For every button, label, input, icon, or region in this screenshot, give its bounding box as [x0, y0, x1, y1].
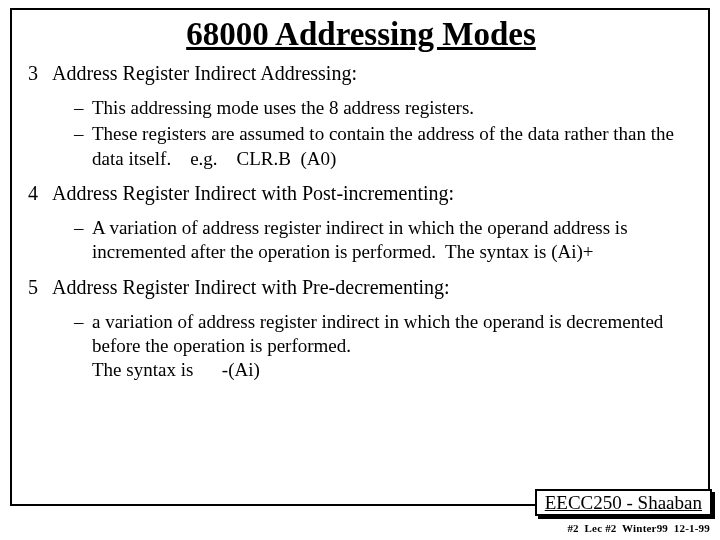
- sub-item: – a variation of address register indire…: [74, 310, 696, 383]
- dash-icon: –: [74, 216, 92, 265]
- item-label: Address Register Indirect with Pre-decre…: [52, 275, 696, 300]
- sublist: – A variation of address register indire…: [74, 216, 696, 265]
- item-number: 4: [26, 181, 52, 206]
- item-head: 3 Address Register Indirect Addressing:: [26, 61, 696, 86]
- dash-icon: –: [74, 122, 92, 171]
- sub-text: This addressing mode uses the 8 address …: [92, 96, 696, 120]
- slide-title: 68000 Addressing Modes: [26, 16, 696, 53]
- sub-text: These registers are assumed to contain t…: [92, 122, 696, 171]
- item-label: Address Register Indirect Addressing:: [52, 61, 696, 86]
- list-item-5: 5 Address Register Indirect with Pre-dec…: [26, 275, 696, 383]
- item-head: 4 Address Register Indirect with Post-in…: [26, 181, 696, 206]
- sub-text: a variation of address register indirect…: [92, 310, 696, 383]
- dash-icon: –: [74, 96, 92, 120]
- sublist: – a variation of address register indire…: [74, 310, 696, 383]
- item-number: 5: [26, 275, 52, 300]
- list-item-3: 3 Address Register Indirect Addressing: …: [26, 61, 696, 171]
- sub-text: A variation of address register indirect…: [92, 216, 696, 265]
- sublist: – This addressing mode uses the 8 addres…: [74, 96, 696, 171]
- slide-frame: 68000 Addressing Modes 3 Address Registe…: [10, 8, 710, 506]
- item-number: 3: [26, 61, 52, 86]
- item-label: Address Register Indirect with Post-incr…: [52, 181, 696, 206]
- sub-item: – A variation of address register indire…: [74, 216, 696, 265]
- dash-icon: –: [74, 310, 92, 383]
- footer-course-box: EECC250 - Shaaban: [535, 489, 712, 516]
- sub-item: – These registers are assumed to contain…: [74, 122, 696, 171]
- item-head: 5 Address Register Indirect with Pre-dec…: [26, 275, 696, 300]
- footer-meta: #2 Lec #2 Winter99 12-1-99: [567, 522, 710, 534]
- list-item-4: 4 Address Register Indirect with Post-in…: [26, 181, 696, 265]
- sub-item: – This addressing mode uses the 8 addres…: [74, 96, 696, 120]
- footer-course-text: EECC250 - Shaaban: [545, 492, 702, 513]
